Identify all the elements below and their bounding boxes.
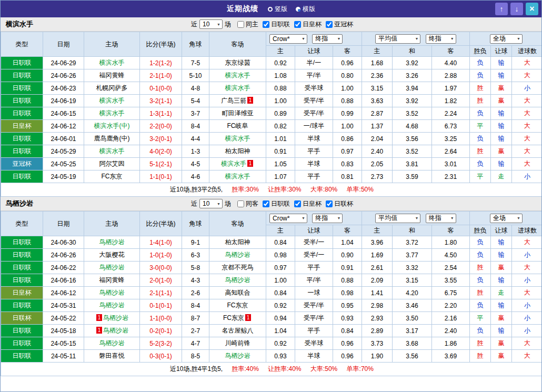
close-icon[interactable]: × — [526, 3, 538, 15]
same-venue-checkbox[interactable] — [237, 200, 244, 207]
avg-odds-select[interactable]: 平均值▼ — [375, 34, 420, 44]
team-name: 名古屋鲸八 — [222, 327, 254, 334]
league-filter-emperor-cup[interactable]: 日皇杯 — [294, 199, 322, 208]
league-checkbox[interactable] — [263, 200, 269, 207]
avg-away-odds: 1.82 — [432, 95, 470, 107]
team-name: 川崎前锋 — [225, 339, 250, 347]
avg-final-select[interactable]: 终指▼ — [426, 34, 456, 44]
match-date: 24-05-15 — [43, 337, 84, 350]
corner-score: 8-7 — [182, 312, 209, 325]
league-checkbox[interactable] — [294, 21, 301, 28]
col-handicap-result: 让球 — [491, 225, 512, 236]
league-checkbox[interactable] — [326, 200, 333, 207]
match-date: 24-06-12 — [43, 287, 84, 299]
team-section-tosu: 鸟栖沙岩 近 10 ▼ 场 同客 日职联 日皇杯 — [1, 197, 541, 376]
league-filter-league-cup[interactable]: 日联杯 — [326, 199, 353, 208]
col-date: 日期 — [43, 32, 84, 57]
team-name: 横滨水手 — [99, 109, 125, 117]
scope-select[interactable]: 全场▼ — [490, 214, 523, 223]
odds-source-select[interactable]: Crow*▼ — [269, 34, 307, 44]
match-type-badge: 日职联 — [1, 325, 43, 337]
odds-home: 0.92 — [266, 57, 295, 69]
match-type-badge: 日职联 — [1, 274, 43, 287]
avg-draw-odds: 3.15 — [393, 274, 432, 287]
match-row: 日职联24-05-19FC东京1-1(0-1)4-6横滨水手1.07平手0.81… — [1, 170, 542, 183]
goals-result-cell: 小 — [512, 82, 542, 95]
handicap-result-cell: 输 — [491, 236, 512, 249]
col-home: 主场 — [84, 212, 140, 236]
radio-label: 竖版 — [275, 5, 287, 14]
league-filter-acl[interactable]: 亚冠杯 — [326, 20, 353, 29]
odds-home: 0.92 — [266, 299, 295, 312]
avg-home-odds: 3.63 — [362, 95, 393, 107]
select-value: 平均值 — [378, 34, 397, 43]
avg-home-odds: 1.37 — [362, 120, 393, 133]
home-team: 大阪樱花 — [84, 249, 140, 262]
team-name: 鸟栖沙岩 — [225, 251, 250, 258]
avg-home-odds: 2.98 — [362, 299, 393, 312]
home-team: 鸟栖沙岩 — [84, 287, 140, 299]
odds-home: 1.05 — [266, 158, 295, 170]
team-name: 广岛三箭 — [221, 97, 246, 104]
home-team: 鸟栖沙岩 — [84, 262, 140, 274]
league-filter-j1[interactable]: 日职联 — [263, 20, 290, 29]
odds-final-select[interactable]: 终指▼ — [312, 34, 343, 44]
team-name: 鸟栖沙岩 — [99, 264, 125, 271]
move-up-button[interactable]: ↑ — [495, 3, 508, 15]
radio-vertical-layout[interactable]: 竖版 — [268, 5, 287, 14]
col-avg-draw: 和 — [393, 46, 432, 57]
select-value: Crow* — [273, 215, 290, 222]
home-team: 鸟栖沙岩 — [84, 299, 140, 312]
titlebar: 近期战绩 竖版 横版 ↑ ↓ × — [1, 1, 541, 17]
col-date: 日期 — [43, 212, 84, 236]
odds-away: 0.81 — [333, 170, 362, 183]
odds-final-select[interactable]: 终指▼ — [312, 214, 343, 223]
match-type-badge: 日职联 — [1, 170, 43, 183]
away-team: 名古屋鲸八 — [209, 325, 266, 337]
home-team: 横滨水手 — [84, 145, 140, 158]
league-filter-emperor-cup[interactable]: 日皇杯 — [294, 20, 322, 29]
scope-select[interactable]: 全场▼ — [490, 34, 523, 44]
odds-home: 1.08 — [266, 69, 295, 82]
league-checkbox[interactable] — [326, 21, 333, 28]
odds-home: 1.07 — [266, 170, 295, 183]
summary-row: 近10场,胜4平1负5, 胜率:40% 让胜率:40% 大率:50% 单率:70… — [1, 363, 542, 376]
red-card-badge: 1 — [247, 97, 253, 104]
scope-group-header: 全场▼ — [470, 32, 542, 46]
league-checkbox[interactable] — [263, 21, 269, 28]
corner-score: 8-4 — [182, 120, 209, 133]
match-row: 日皇杯24-06-12鸟栖沙岩2-1(1-1)2-6高知联合0.84一球0.98… — [1, 287, 542, 299]
move-down-button[interactable]: ↓ — [510, 3, 523, 15]
goals-result-cell: 大 — [512, 337, 542, 350]
home-team: 札幌冈萨多 — [84, 82, 140, 95]
select-value: 终指 — [315, 214, 328, 223]
odds-source-select[interactable]: Crow*▼ — [269, 214, 307, 223]
avg-odds-select[interactable]: 平均值▼ — [375, 214, 420, 223]
same-venue-checkbox[interactable] — [237, 21, 244, 28]
away-team: 横滨水手 — [209, 170, 266, 183]
match-count-select[interactable]: 10 ▼ — [199, 199, 223, 208]
league-filter-j1[interactable]: 日职联 — [263, 199, 290, 208]
avg-away-odds: 3.69 — [432, 350, 470, 363]
result-cell: 负 — [470, 325, 491, 337]
select-value: 全场 — [493, 34, 506, 43]
avg-final-select[interactable]: 终指▼ — [426, 214, 456, 223]
chevron-down-icon: ▼ — [337, 216, 340, 220]
match-score: 3-2(1-1) — [140, 95, 182, 107]
avg-home-odds: 2.87 — [362, 107, 393, 120]
avg-away-odds: 6.75 — [432, 287, 470, 299]
avg-draw-odds: 3.77 — [393, 249, 432, 262]
avg-draw-odds: 3.56 — [393, 133, 432, 145]
same-venue-filter[interactable]: 同客 — [237, 199, 258, 208]
handicap-line: 受平/半 — [295, 107, 333, 120]
match-date: 24-06-23 — [43, 82, 84, 95]
same-venue-filter[interactable]: 同主 — [237, 20, 258, 29]
corner-score: 5-4 — [182, 95, 209, 107]
avg-home-odds: 3.73 — [362, 337, 393, 350]
league-checkbox[interactable] — [294, 200, 301, 207]
handicap-result-cell: 赢 — [491, 95, 512, 107]
handicap-result-cell: 输 — [491, 158, 512, 170]
radio-horizontal-layout[interactable]: 横版 — [296, 5, 315, 14]
match-count-select[interactable]: 10 ▼ — [199, 19, 223, 29]
match-score: 0-2(0-1) — [140, 325, 182, 337]
